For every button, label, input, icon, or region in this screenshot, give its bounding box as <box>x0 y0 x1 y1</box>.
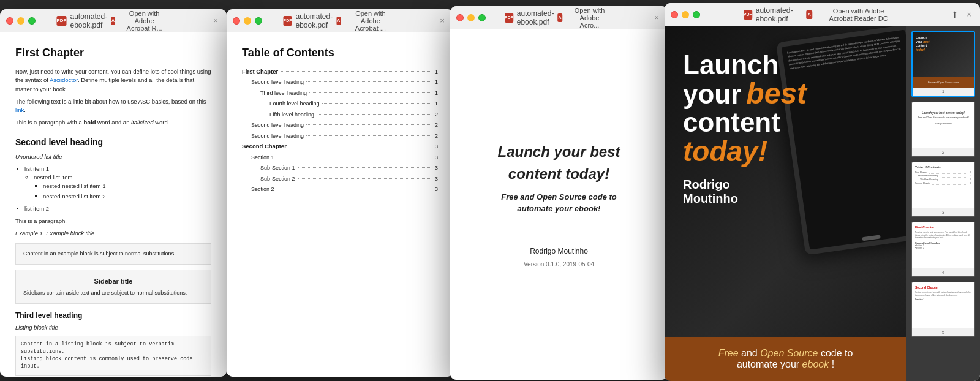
cover-text-overlay: Launch your best content today! Rodrigo … <box>683 51 807 206</box>
toc-dots-7 <box>289 146 432 146</box>
thumb-cover-text: Launch your best content today! <box>916 36 930 51</box>
thumb-toc-1: First Chapter1 <box>915 171 971 174</box>
toc-dots-3 <box>322 103 432 104</box>
example-block-content: Content in an example block is subject t… <box>23 250 203 258</box>
thumb-cover-preview: Launch your best content today! Free and… <box>913 32 974 88</box>
maximize-button-2[interactable] <box>255 17 262 25</box>
thumbnail-5-section[interactable]: Second Chapter Section content goes here… <box>911 282 975 337</box>
thumb-list-text: • list item 1• list item 2 <box>915 244 971 249</box>
example-block-title: Example 1. Example block title <box>15 229 211 238</box>
thumb-toc-title: Table of Contents <box>915 165 971 170</box>
cover-best: best <box>746 79 807 108</box>
open-acrobat-btn-2[interactable]: Open with Adobe Acrobat ... <box>344 9 396 33</box>
traffic-lights-4[interactable] <box>671 11 700 18</box>
thumbnail-2-title[interactable]: Launch your best content today! Free and… <box>911 102 975 157</box>
minimize-button-3[interactable] <box>467 14 475 21</box>
sidebar-box: Sidebar title Sidebars contain aside tex… <box>15 270 211 304</box>
close-x-3[interactable]: × <box>652 13 662 23</box>
thumb-cover-footer: Free and Open Source code <box>913 77 974 88</box>
titlebar-center-2: PDF automated-ebook.pdf A Open with Adob… <box>284 9 397 33</box>
list-item-2: list item 2 <box>24 205 211 213</box>
thumbnail-panel[interactable]: Launch your best content today! Free and… <box>907 26 980 381</box>
thumb-page-5: Second Chapter Section content goes here… <box>912 282 974 328</box>
toc-page-6: 2 <box>435 132 438 140</box>
thumbnail-3-toc[interactable]: Table of Contents First Chapter1 Second … <box>911 162 975 217</box>
titlebar-center-1: PDF automated-ebook.pdf A Open with Adob… <box>57 9 170 33</box>
nested-nested-1: nested nested list item 1 <box>43 182 211 190</box>
close-x-4[interactable]: × <box>964 10 974 20</box>
thumb-toc-4: Second Chapter3 <box>915 182 971 185</box>
close-button-4[interactable] <box>671 11 678 18</box>
toc-page-10: 3 <box>435 175 438 183</box>
share-button[interactable]: ⬆ <box>949 9 961 21</box>
unordered-list: list item 1 nested list item nested nest… <box>24 165 211 213</box>
chapter-title: First Chapter <box>15 45 211 61</box>
para-bold: This is a paragraph with a bold word and… <box>15 118 211 127</box>
book-subtitle: Free and Open Source code to automate yo… <box>490 191 628 215</box>
cover-line2-row: your best <box>683 79 807 108</box>
cover-author-line1: Rodrigo <box>683 178 730 191</box>
toc-label-5: Second level heading <box>251 121 304 130</box>
close-x-2[interactable]: × <box>437 16 447 26</box>
toc-entry-4: Fifth level heading 2 <box>242 110 438 119</box>
window-2: PDF automated-ebook.pdf A Open with Adob… <box>227 9 453 377</box>
acrobat-icon-2: A <box>336 17 341 25</box>
minimize-button-4[interactable] <box>682 11 689 18</box>
nested-item: nested list item nested nested list item… <box>34 173 211 201</box>
open-acrobat-btn-1[interactable]: Open with Adobe Acrobat R... <box>119 9 170 33</box>
thumb-toc-entries: First Chapter1 Second level heading1 Thi… <box>915 171 971 185</box>
open-acrobat-btn-3[interactable]: Open with Adobe Acro... <box>566 6 614 30</box>
close-button-1[interactable] <box>6 17 13 25</box>
toc-label-1: Second level heading <box>251 78 304 87</box>
toc-label-3: Fourth level heading <box>270 100 320 108</box>
thumbnail-4-chapter[interactable]: First Chapter Now, just need to write yo… <box>911 222 975 277</box>
toc-page-4: 2 <box>435 110 438 119</box>
toc-dots-4 <box>317 114 432 115</box>
maximize-button-1[interactable] <box>28 17 36 25</box>
traffic-lights-3[interactable] <box>456 14 486 21</box>
thumb-page-4: First Chapter Now, just need to write yo… <box>912 222 974 268</box>
intro-paragraph: Now, just need to write your content. Yo… <box>15 67 211 94</box>
pdf-icon-4: PDF <box>744 10 752 20</box>
link-2[interactable]: link <box>15 107 24 113</box>
close-button-2[interactable] <box>233 17 240 25</box>
titlebar-center-4: PDF automated-ebook.pdf A Open with Adob… <box>744 6 902 23</box>
toc-label-10: Sub-Section 2 <box>260 175 295 184</box>
sidebar-title: Sidebar title <box>23 276 203 287</box>
traffic-lights-1[interactable] <box>6 17 36 25</box>
toc-page-7: 3 <box>435 142 438 151</box>
thumbnail-1-cover[interactable]: Launch your best content today! Free and… <box>911 31 975 97</box>
toc-entry-10: Sub-Section 2 3 <box>242 175 438 184</box>
pdf-content-1: First Chapter Now, just need to write yo… <box>0 32 227 377</box>
pdf-icon-3: PDF <box>505 13 513 23</box>
thumb-page-3: Table of Contents First Chapter1 Second … <box>912 162 974 208</box>
footer-open-source: Open Source <box>760 348 818 358</box>
toc-label-4: Fifth level heading <box>270 111 314 119</box>
close-button-3[interactable] <box>456 14 464 21</box>
titlebar-3: PDF automated-ebook.pdf A Open with Adob… <box>450 6 668 29</box>
close-x-1[interactable]: × <box>211 16 221 26</box>
titlebar-right-1: × <box>211 16 221 26</box>
nested-nested-2: nested nested list item 2 <box>43 192 211 201</box>
maximize-button-3[interactable] <box>478 14 486 21</box>
thumb-section-h: Section 1 <box>915 298 971 301</box>
cover-line1: Launch <box>683 51 807 79</box>
cover-author: Rodrigo Moutinho <box>683 178 807 206</box>
list-item-1: list item 1 nested list item nested nest… <box>24 165 211 201</box>
maximize-button-4[interactable] <box>693 11 700 18</box>
open-acrobat-btn-4[interactable]: Open with Adobe Acrobat Reader DC <box>816 6 901 23</box>
filename-1: automated-ebook.pdf <box>70 12 108 29</box>
listing-block: Content in a listing block is subject to… <box>15 336 211 376</box>
toc-label-6: Second level heading <box>251 132 304 141</box>
toc-page-0: 1 <box>435 67 438 76</box>
pdf-icon-1: PDF <box>57 16 67 26</box>
minimize-button-1[interactable] <box>17 17 24 25</box>
traffic-lights-2[interactable] <box>233 17 262 25</box>
thumb-chapter-text: Now, just need to write your content. Yo… <box>915 231 971 240</box>
toc-page-2: 1 <box>435 89 438 97</box>
window-4-inner: Lorem ipsum dolor sit amet consectetur a… <box>665 26 980 381</box>
thumb-toc-3: Third level heading1 <box>915 178 971 181</box>
asciidoctor-link[interactable]: Asciidoctor <box>50 77 78 83</box>
minimize-button-2[interactable] <box>244 17 251 25</box>
titlebar-right-3: × <box>652 13 662 23</box>
